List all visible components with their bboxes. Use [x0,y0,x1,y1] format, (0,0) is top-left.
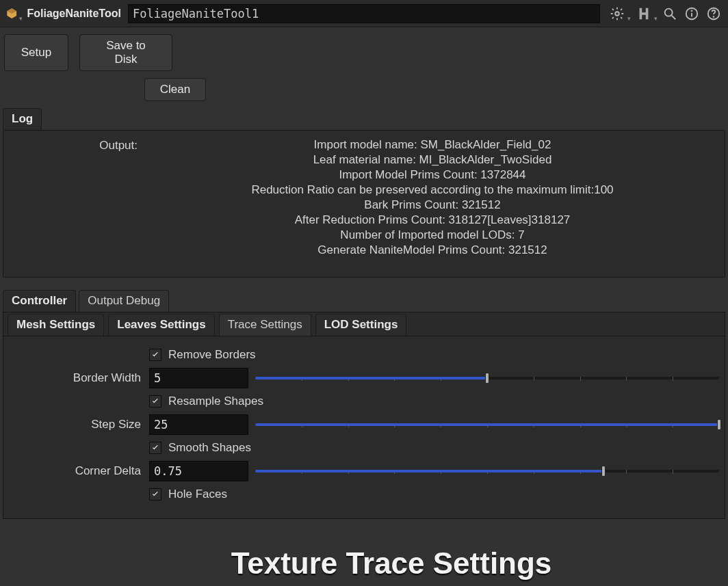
resample-shapes-label: Resample Shapes [168,395,263,408]
trace-settings-panel: Remove Borders Border Width Resample Sha… [3,336,725,519]
smooth-shapes-checkbox[interactable] [149,442,161,454]
hole-faces-checkbox[interactable] [149,488,161,501]
button-row-2: Clean [0,71,728,101]
gear-icon[interactable] [608,4,626,23]
clean-button[interactable]: Clean [144,78,206,101]
log-line: Generate NaniteModel Prims Count: 321512 [144,243,720,258]
log-line: Bark Prims Count: 321512 [144,198,720,213]
tab-output-debug[interactable]: Output Debug [79,290,169,312]
save-to-disk-button[interactable]: Save to Disk [79,34,172,71]
tab-mesh-settings[interactable]: Mesh Settings [8,314,104,336]
step-size-input[interactable] [149,414,248,435]
svg-point-7 [714,16,714,17]
corner-delta-slider[interactable] [255,466,719,476]
remove-borders-checkbox[interactable] [149,349,161,361]
search-icon[interactable] [662,4,679,23]
hole-faces-label: Hole Faces [168,488,227,501]
corner-delta-label: Corner Delta [9,464,149,478]
h-logo-icon[interactable] [635,4,653,23]
info-icon[interactable] [683,4,701,23]
smooth-shapes-label: Smooth Shapes [168,441,251,455]
hero-title: Texture Trace Settings [0,546,728,581]
log-line: Leaf material name: MI_BlackAlder_TwoSid… [144,152,720,168]
log-line: After Reduction Prims Count: 318127[Leav… [144,213,720,228]
log-line: Import model name: SM_BlackAlder_Field_0… [144,137,720,152]
help-icon[interactable] [705,4,723,23]
settings-tabbar: Mesh Settings Leaves Settings Trace Sett… [3,312,725,336]
svg-line-2 [672,15,676,19]
log-line: Number of Imported model LODs: 7 [144,228,720,243]
svg-point-1 [665,8,673,16]
step-size-label: Step Size [9,418,149,431]
box-icon [5,7,18,21]
chevron-down-icon[interactable]: ▾ [654,15,658,22]
controller-tabbar: Controller Output Debug [0,290,728,312]
log-line: Import Model Prims Count: 1372844 [144,168,720,183]
svg-point-0 [615,12,619,16]
log-tabbar: Log [0,108,728,130]
corner-delta-input[interactable] [149,461,248,481]
setup-button[interactable]: Setup [4,34,68,71]
output-text: Import model name: SM_BlackAlder_Field_0… [144,137,720,258]
button-row: Setup Save to Disk [0,27,728,71]
border-width-label: Border Width [9,371,149,385]
border-width-slider[interactable] [255,373,719,383]
tab-leaves-settings[interactable]: Leaves Settings [108,314,214,336]
remove-borders-label: Remove Borders [168,348,256,362]
output-label: Output: [8,137,144,258]
tool-title: FoliageNaniteTool [27,8,120,20]
node-name-input[interactable] [128,4,600,23]
svg-point-5 [692,10,692,11]
chevron-down-icon[interactable]: ▾ [19,15,23,22]
tab-log[interactable]: Log [3,108,42,130]
tab-lod-settings[interactable]: LOD Settings [315,314,407,336]
top-bar: ▾ FoliageNaniteTool ▾ ▾ [0,0,728,27]
log-panel: Output: Import model name: SM_BlackAlder… [3,130,725,278]
chevron-down-icon[interactable]: ▾ [627,15,631,22]
border-width-input[interactable] [149,368,248,388]
log-line: Reduction Ratio can be preserved accordi… [144,183,720,198]
tab-controller[interactable]: Controller [3,290,76,312]
hero-title-block: Texture Trace Settings 2D Image to 3D Mo… [0,546,728,586]
tab-trace-settings[interactable]: Trace Settings [219,314,311,336]
step-size-slider[interactable] [255,420,719,429]
resample-shapes-checkbox[interactable] [149,395,161,408]
